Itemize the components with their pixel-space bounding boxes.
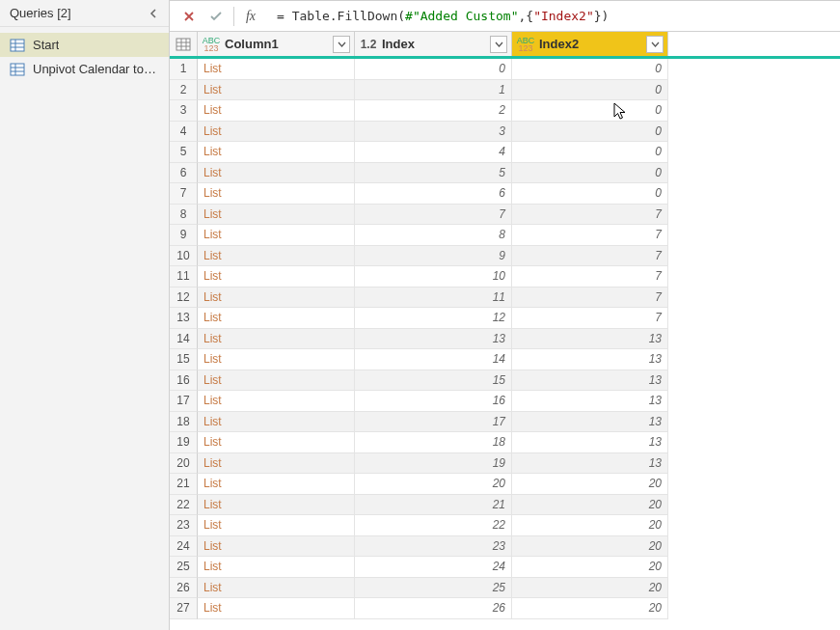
cell-column1[interactable]: List [198, 122, 355, 143]
list-link[interactable]: List [203, 581, 222, 594]
table-row[interactable]: 25 List 24 20 [170, 557, 840, 578]
cell-index[interactable]: 21 [355, 495, 512, 516]
list-link[interactable]: List [203, 539, 222, 553]
cell-index[interactable]: 25 [355, 578, 512, 599]
table-row[interactable]: 10 List 9 7 [170, 246, 840, 267]
cell-column1[interactable]: List [198, 578, 355, 599]
row-number[interactable]: 9 [170, 225, 198, 246]
cell-index[interactable]: 9 [355, 246, 512, 267]
cell-index[interactable]: 17 [355, 412, 512, 433]
table-row[interactable]: 13 List 12 7 [170, 308, 840, 329]
list-link[interactable]: List [203, 373, 222, 387]
fx-icon[interactable]: fx [238, 9, 263, 24]
column-header-column1[interactable]: ABC123 Column1 [198, 32, 355, 56]
cell-column1[interactable]: List [198, 432, 355, 453]
list-link[interactable]: List [203, 103, 222, 117]
list-link[interactable]: List [203, 332, 222, 345]
cell-index2[interactable]: 0 [512, 100, 668, 122]
cell-index2[interactable]: 0 [512, 80, 668, 101]
list-link[interactable]: List [203, 498, 222, 511]
cell-index[interactable]: 5 [355, 163, 512, 184]
cell-column1[interactable]: List [198, 598, 355, 619]
row-number[interactable]: 5 [170, 142, 198, 163]
row-number[interactable]: 10 [170, 246, 198, 267]
formula-input[interactable]: = Table.FillDown(#"Added Custom",{"Index… [269, 9, 840, 23]
cell-index2[interactable]: 7 [512, 288, 668, 309]
table-row[interactable]: 20 List 19 13 [170, 453, 840, 475]
cell-column1[interactable]: List [198, 329, 355, 350]
list-link[interactable]: List [203, 560, 222, 573]
cell-column1[interactable]: List [198, 266, 355, 288]
list-link[interactable]: List [203, 83, 222, 96]
cell-index2[interactable]: 20 [512, 578, 668, 599]
list-link[interactable]: List [203, 456, 222, 470]
row-number[interactable]: 6 [170, 163, 198, 184]
table-icon[interactable] [170, 32, 198, 56]
cell-column1[interactable]: List [198, 349, 355, 370]
cell-index[interactable]: 15 [355, 370, 512, 392]
cell-index2[interactable]: 7 [512, 308, 668, 329]
cell-index2[interactable]: 0 [512, 163, 668, 184]
table-row[interactable]: 2 List 1 0 [170, 80, 840, 101]
accept-formula-button[interactable] [203, 3, 230, 30]
cell-column1[interactable]: List [198, 163, 355, 184]
cell-index[interactable]: 12 [355, 308, 512, 329]
cell-index2[interactable]: 7 [512, 246, 668, 267]
table-row[interactable]: 18 List 17 13 [170, 412, 840, 433]
list-link[interactable]: List [203, 228, 222, 241]
table-row[interactable]: 19 List 18 13 [170, 432, 840, 453]
table-row[interactable]: 21 List 20 20 [170, 474, 840, 495]
cell-index2[interactable]: 0 [512, 122, 668, 143]
table-row[interactable]: 11 List 10 7 [170, 266, 840, 288]
cell-index[interactable]: 8 [355, 225, 512, 246]
list-link[interactable]: List [203, 518, 222, 532]
cell-column1[interactable]: List [198, 453, 355, 475]
cell-index2[interactable]: 7 [512, 266, 668, 288]
list-link[interactable]: List [203, 352, 222, 366]
cell-index[interactable]: 18 [355, 432, 512, 453]
table-row[interactable]: 3 List 2 0 [170, 100, 840, 122]
cell-index[interactable]: 19 [355, 453, 512, 475]
cell-index[interactable]: 26 [355, 598, 512, 619]
cell-column1[interactable]: List [198, 205, 355, 226]
cell-index2[interactable]: 0 [512, 142, 668, 163]
table-row[interactable]: 14 List 13 13 [170, 329, 840, 350]
list-link[interactable]: List [203, 249, 222, 262]
table-row[interactable]: 12 List 11 7 [170, 288, 840, 309]
cell-index[interactable]: 4 [355, 142, 512, 163]
cell-index2[interactable]: 13 [512, 329, 668, 350]
row-number[interactable]: 18 [170, 412, 198, 433]
cell-index2[interactable]: 20 [512, 536, 668, 558]
cell-index2[interactable]: 13 [512, 391, 668, 412]
cell-column1[interactable]: List [198, 246, 355, 267]
cell-column1[interactable]: List [198, 288, 355, 309]
row-number[interactable]: 15 [170, 349, 198, 370]
list-link[interactable]: List [203, 601, 222, 615]
cell-column1[interactable]: List [198, 391, 355, 412]
cancel-formula-button[interactable] [176, 3, 203, 30]
list-link[interactable]: List [203, 62, 222, 75]
table-row[interactable]: 6 List 5 0 [170, 163, 840, 184]
cell-index[interactable]: 22 [355, 515, 512, 536]
cell-index2[interactable]: 7 [512, 205, 668, 226]
column-filter-dropdown[interactable] [646, 36, 664, 53]
cell-index[interactable]: 6 [355, 183, 512, 205]
table-row[interactable]: 5 List 4 0 [170, 142, 840, 163]
cell-column1[interactable]: List [198, 412, 355, 433]
list-link[interactable]: List [203, 186, 222, 200]
cell-index[interactable]: 10 [355, 266, 512, 288]
cell-column1[interactable]: List [198, 80, 355, 101]
cell-index[interactable]: 11 [355, 288, 512, 309]
cell-index2[interactable]: 20 [512, 598, 668, 619]
list-link[interactable]: List [203, 269, 222, 283]
cell-index2[interactable]: 20 [512, 515, 668, 536]
cell-index2[interactable]: 0 [512, 59, 668, 80]
cell-index[interactable]: 2 [355, 100, 512, 122]
cell-index2[interactable]: 20 [512, 557, 668, 578]
cell-index2[interactable]: 13 [512, 370, 668, 392]
table-row[interactable]: 9 List 8 7 [170, 225, 840, 246]
row-number[interactable]: 13 [170, 308, 198, 329]
cell-index2[interactable]: 13 [512, 349, 668, 370]
cell-column1[interactable]: List [198, 515, 355, 536]
list-link[interactable]: List [203, 207, 222, 221]
